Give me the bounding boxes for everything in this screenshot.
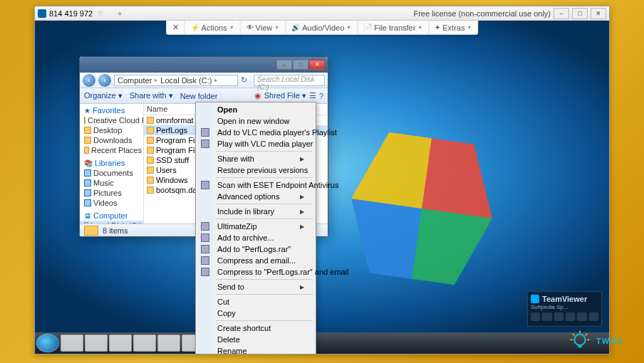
folder-icon — [147, 147, 154, 154]
folder-icon — [147, 117, 154, 124]
context-item[interactable]: Delete — [197, 334, 314, 345]
toolbar-extras[interactable]: ✦ Extras▼ — [429, 21, 477, 34]
menu-icon — [201, 245, 209, 253]
taskbar-icon[interactable] — [157, 335, 180, 352]
context-item[interactable]: UltimateZip▶ — [197, 221, 314, 232]
panel-title: TeamViewer — [542, 295, 587, 303]
sidebar-item[interactable]: Videos — [80, 198, 143, 208]
toolbar-filetransfer[interactable]: 📄 File transfer▼ — [358, 21, 429, 34]
taskbar-icon[interactable] — [61, 335, 83, 352]
breadcrumb-part[interactable]: Computer — [118, 75, 152, 85]
twos-logo: TWOS — [568, 329, 623, 353]
explorer-maximize[interactable]: □ — [293, 60, 308, 70]
context-item[interactable]: Play with VLC media player — [197, 138, 314, 149]
new-tab-button[interactable]: + — [114, 8, 125, 19]
taskbar-icon[interactable] — [133, 335, 156, 352]
panel-button[interactable] — [577, 312, 586, 321]
context-item[interactable]: Compress to "PerfLogs.rar" and email — [197, 266, 314, 278]
sidebar-item[interactable]: Pictures — [80, 188, 143, 198]
remote-desktop[interactable]: SOFTPEDIA – □ ✕ ‹ › Computer▸ Local Disk… — [35, 21, 609, 354]
explorer-close[interactable]: ✕ — [309, 60, 325, 70]
minimize-button[interactable]: – — [554, 8, 569, 19]
folder-icon — [84, 137, 91, 144]
lightbulb-icon — [568, 329, 592, 353]
context-menu: OpenOpen in new windowAdd to VLC media p… — [195, 102, 316, 354]
panel-button[interactable] — [554, 312, 564, 321]
shred-icon: ◉ — [254, 91, 261, 100]
forward-button[interactable]: › — [98, 74, 111, 87]
sidebar-computer[interactable]: 🖥 Computer — [80, 211, 143, 221]
drive-icon — [84, 222, 88, 223]
menu-icon — [201, 222, 209, 231]
context-label: Open in new window — [217, 117, 290, 125]
back-button[interactable]: ‹ — [83, 74, 95, 87]
sidebar-item[interactable]: Music — [80, 178, 143, 188]
context-item[interactable]: Open — [197, 104, 314, 115]
session-toolbar: ✕ ⚡ Actions▼ 👁 View▼ 🔊 Audio/Video▼ 📄 Fi… — [166, 21, 479, 35]
context-item[interactable]: Add to "PerfLogs.rar" — [197, 243, 314, 255]
teamviewer-logo-icon — [531, 295, 539, 303]
context-label: Add to "PerfLogs.rar" — [217, 245, 291, 253]
context-item[interactable]: Rename — [197, 345, 314, 354]
sidebar-item[interactable]: Desktop — [80, 125, 143, 135]
folder-icon — [84, 117, 85, 124]
context-item[interactable]: Cut — [197, 296, 314, 307]
tab-title[interactable]: 814 419 972 — [49, 9, 93, 18]
teamviewer-window: 814 419 972 ☆ + Free license (non-commer… — [34, 6, 610, 354]
organize-button[interactable]: Organize ▾ — [84, 91, 123, 100]
sidebar-libraries[interactable]: 📚 Libraries — [80, 158, 143, 168]
taskbar-icon[interactable] — [85, 335, 108, 352]
context-item[interactable]: Scan with ESET Endpoint Antivirus — [197, 179, 314, 191]
taskbar[interactable] — [35, 332, 609, 354]
toolbar-view[interactable]: 👁 View▼ — [241, 21, 286, 34]
context-item[interactable]: Create shortcut — [197, 322, 314, 334]
panel-button[interactable] — [566, 312, 575, 321]
context-item[interactable]: Open in new window — [197, 115, 314, 127]
folder-icon — [84, 226, 98, 236]
explorer-titlebar[interactable]: – □ ✕ — [80, 57, 328, 73]
context-item[interactable]: Include in library▶ — [197, 206, 314, 217]
panel-button[interactable] — [531, 312, 540, 321]
close-button[interactable]: ✕ — [591, 8, 606, 19]
folder-icon — [147, 157, 154, 164]
explorer-minimize[interactable]: – — [276, 60, 292, 70]
sidebar-favorites[interactable]: ★ Favorites — [80, 105, 143, 115]
context-item[interactable]: Restore previous versions — [197, 164, 314, 176]
menu-icon — [201, 140, 209, 148]
toolbar-close[interactable]: ✕ — [167, 21, 185, 34]
teamviewer-panel[interactable]: TeamViewer Softpedia Sp... — [527, 291, 602, 327]
sidebar-item[interactable]: Downloads — [80, 135, 143, 145]
toolbar-audiovideo[interactable]: 🔊 Audio/Video▼ — [286, 21, 358, 34]
refresh-button[interactable]: ↻ — [241, 75, 251, 85]
start-button[interactable] — [36, 334, 59, 352]
sidebar-item[interactable]: Local Disk (C:) — [80, 221, 143, 223]
context-item[interactable]: Add to VLC media player's Playlist — [197, 127, 314, 138]
panel-button[interactable] — [589, 312, 598, 321]
sidebar-item[interactable]: Documents — [80, 168, 143, 178]
newfolder-button[interactable]: New folder — [180, 92, 218, 100]
context-item[interactable]: Share with▶ — [197, 153, 314, 164]
breadcrumb-part[interactable]: Local Disk (C:) — [160, 75, 212, 85]
search-input[interactable]: Search Local Disk (C:) — [254, 75, 325, 86]
sidebar-item[interactable]: Creative Cloud Fi — [80, 115, 143, 125]
context-item[interactable]: Advanced options▶ — [197, 191, 314, 202]
context-item[interactable]: Compress and email... — [197, 255, 314, 266]
context-label: Rename — [217, 347, 247, 354]
context-label: Play with VLC media player — [217, 140, 313, 148]
context-item[interactable]: Copy — [197, 307, 314, 319]
star-icon[interactable]: ☆ — [97, 9, 104, 18]
context-label: Open — [217, 105, 237, 114]
toolbar-actions[interactable]: ⚡ Actions▼ — [185, 21, 241, 34]
view-icon[interactable]: ☰ — [309, 91, 316, 100]
panel-button[interactable] — [542, 312, 551, 321]
sharewith-button[interactable]: Share with ▾ — [130, 91, 173, 100]
help-icon[interactable]: ? — [319, 92, 323, 100]
maximize-button[interactable]: □ — [572, 8, 588, 19]
sidebar-item[interactable]: Recent Places — [80, 145, 143, 155]
shredfile-button[interactable]: Shred File ▾ — [264, 91, 306, 100]
breadcrumb[interactable]: Computer▸ Local Disk (C:)▸ — [114, 75, 238, 86]
context-item[interactable]: Add to archive... — [197, 232, 314, 243]
context-item[interactable]: Send to▶ — [197, 281, 314, 293]
context-label: Compress and email... — [217, 256, 296, 265]
taskbar-icon[interactable] — [109, 335, 132, 352]
